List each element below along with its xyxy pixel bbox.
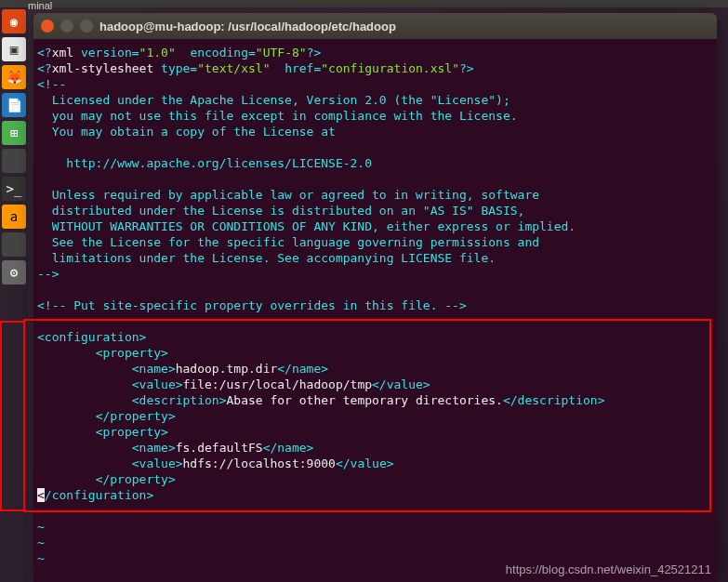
desktop-top-bar: minal: [0, 0, 728, 7]
quote: ": [452, 61, 459, 75]
vim-tilde: ~: [37, 551, 45, 565]
desc-open: <description>: [132, 393, 227, 407]
name-open: <name>: [132, 441, 176, 455]
license-line: distributed under the License is distrib…: [37, 204, 524, 218]
minimize-icon[interactable]: [60, 20, 73, 33]
quote: ": [256, 46, 263, 60]
prop-open: <property>: [96, 346, 168, 360]
name-open: <name>: [132, 362, 176, 376]
prop-open: <property>: [96, 425, 168, 439]
quote: ": [168, 46, 176, 60]
value-val: file:/usr/local/hadoop/tmp: [183, 377, 373, 391]
launcher-amazon-icon[interactable]: a: [2, 205, 26, 229]
launcher-writer-icon[interactable]: 📄: [2, 93, 26, 117]
xml-version-val: 1.0: [146, 46, 167, 60]
name-val: hadoop.tmp.dir: [176, 362, 278, 376]
quote: ": [299, 46, 307, 60]
value-val: hdfs://localhost:9000: [183, 456, 336, 470]
xml-href-attr: href=: [270, 61, 321, 75]
license-line: you may not use this file except in comp…: [37, 109, 518, 123]
vim-tilde: ~: [37, 504, 45, 518]
prop-close: </property>: [96, 409, 176, 423]
name-val: fs.defaultFS: [176, 441, 263, 455]
quote: ": [197, 61, 205, 75]
maximize-icon[interactable]: [80, 20, 93, 33]
launcher-terminal-icon[interactable]: >_: [2, 177, 26, 201]
license-line: See the License for the specific languag…: [37, 235, 539, 249]
launcher-calc-icon[interactable]: ⊞: [2, 121, 26, 145]
window-titlebar[interactable]: hadoop@mu-hadoop: /usr/local/hadoop/etc/…: [33, 13, 717, 39]
value-close: </value>: [372, 377, 430, 391]
close-icon[interactable]: [41, 20, 54, 33]
license-line: <!-- Put site-specific property override…: [37, 298, 467, 312]
license-line: Unless required by applicable law or agr…: [37, 188, 539, 202]
xml-decl-open: <?: [37, 46, 52, 60]
launcher-app-icon[interactable]: [2, 232, 26, 257]
terminal-content[interactable]: <?xml version="1.0" encoding="UTF-8"?> <…: [33, 39, 717, 582]
desc-val: Abase for other temporary directories.: [227, 393, 503, 407]
watermark-text: https://blog.csdn.net/weixin_42521211: [506, 562, 711, 576]
window-title: hadoop@mu-hadoop: /usr/local/hadoop/etc/…: [99, 20, 396, 33]
launcher-firefox-icon[interactable]: 🦊: [2, 65, 26, 89]
config-open: <configuration>: [37, 330, 146, 344]
top-bar-label: minal: [28, 0, 52, 11]
name-close: </name>: [263, 441, 314, 455]
desc-close: </description>: [503, 393, 605, 407]
xml-version-attr: version=: [73, 46, 139, 60]
terminal-window: hadoop@mu-hadoop: /usr/local/hadoop/etc/…: [33, 13, 717, 582]
prop-close: </property>: [96, 472, 176, 486]
cursor-block: <: [37, 488, 45, 502]
unity-launcher: ◉ ▣ 🦊 📄 ⊞ >_ a ⚙: [0, 7, 28, 582]
xml-decl-open: <?: [37, 61, 52, 75]
xml-stylesheet-word: xml-stylesheet: [52, 61, 154, 75]
config-close: /configuration>: [45, 488, 153, 502]
license-line: limitations under the License. See accom…: [37, 251, 496, 265]
xml-type-attr: type=: [153, 61, 197, 75]
xml-decl-close: ?>: [459, 61, 474, 75]
stylesheet-href: configuration.xsl: [328, 61, 452, 75]
value-open: <value>: [132, 377, 183, 391]
quote: ": [321, 61, 328, 75]
launcher-settings-icon[interactable]: ⚙: [2, 260, 26, 284]
vim-tilde: ~: [37, 536, 45, 549]
launcher-app-icon[interactable]: [2, 149, 26, 173]
license-line: <!--: [37, 77, 66, 91]
xml-word: xml: [52, 46, 73, 60]
launcher-files-icon[interactable]: ▣: [2, 37, 26, 61]
license-line: http://www.apache.org/licenses/LICENSE-2…: [37, 156, 372, 170]
xml-encoding-attr: encoding=: [176, 46, 256, 60]
license-line: -->: [37, 267, 59, 281]
vim-tilde: ~: [37, 520, 45, 534]
xml-decl-close: ?>: [307, 46, 322, 60]
license-line: WITHOUT WARRANTIES OR CONDITIONS OF ANY …: [37, 219, 576, 233]
xml-encoding-val: UTF-8: [263, 46, 299, 60]
value-close: </value>: [336, 456, 394, 470]
name-close: </name>: [277, 362, 328, 376]
license-line: Licensed under the Apache License, Versi…: [37, 93, 510, 107]
stylesheet-type: text/xsl: [205, 61, 263, 75]
license-line: You may obtain a copy of the License at: [37, 125, 336, 139]
launcher-ubuntu-icon[interactable]: ◉: [2, 9, 26, 33]
value-open: <value>: [132, 456, 183, 470]
